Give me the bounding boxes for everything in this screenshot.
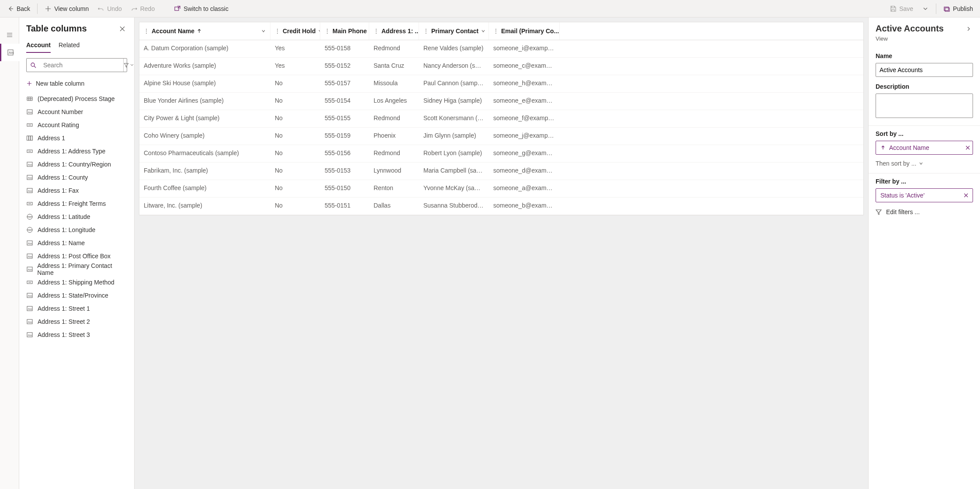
tab-account[interactable]: Account [26,42,51,53]
table-row[interactable]: A. Datum Corporation (sample)Yes555-0158… [139,40,863,58]
columns-panel-close[interactable] [118,24,127,34]
column-search [26,58,127,72]
save-dropdown[interactable] [918,2,932,16]
column-item[interactable]: AbcAddress 1: Street 1 [19,302,133,315]
type-icon: Abc [26,331,33,338]
chevron-down-icon [481,29,485,33]
table-row[interactable]: City Power & Light (sample)No555-0155Red… [139,110,863,128]
sort-chip[interactable]: Account Name [876,141,973,155]
column-item[interactable]: Address 1: Latitude [19,210,133,223]
filter-chip[interactable]: Status is 'Active' [876,188,973,202]
column-search-input[interactable] [40,59,123,72]
column-list[interactable]: (Deprecated) Process StageAbcAccount Num… [19,92,134,489]
column-item[interactable]: AbcAddress 1: Post Office Box [19,250,133,263]
name-field[interactable] [876,63,973,77]
cell-credit-hold: Yes [270,40,320,57]
column-item[interactable]: Account Rating [19,118,133,132]
column-item-label: Address 1: State/Province [38,292,108,299]
table-row[interactable]: Litware, Inc. (sample)No555-0151DallasSu… [139,198,863,215]
tab-related[interactable]: Related [59,42,80,53]
chevron-down-icon [261,29,266,33]
column-item-label: (Deprecated) Process Stage [38,95,115,102]
col-header-credit-hold[interactable]: ⋮ Credit Hold [270,22,320,40]
redo-button[interactable]: Redo [127,2,158,16]
column-item-label: Address 1: Freight Terms [38,200,106,207]
type-icon: Abc [26,318,33,325]
column-item[interactable]: AbcAddress 1: Street 2 [19,315,133,328]
cell-primary-contact: Yvonne McKay (sample) [419,180,489,197]
rail-hamburger[interactable] [0,26,19,44]
back-label: Back [17,5,30,12]
undo-button[interactable]: Undo [94,2,125,16]
remove-filter[interactable] [964,193,968,198]
column-item-label: Address 1: Post Office Box [38,253,111,260]
column-item-label: Address 1: Address Type [38,148,105,155]
col-header-primary-contact[interactable]: ⋮ Primary Contact [419,22,489,40]
edit-filters[interactable]: Edit filters ... [876,208,973,215]
column-item[interactable]: AbcAccount Number [19,105,133,118]
rail-item-columns[interactable]: Abc [0,44,19,61]
column-item[interactable]: AbcAddress 1: Country/Region [19,158,133,171]
cell-credit-hold: No [270,93,320,110]
cell-main-phone: 555-0152 [320,58,369,75]
column-search-filter[interactable] [123,59,134,72]
col-header-main-phone[interactable]: ⋮ Main Phone [320,22,369,40]
col-header-email[interactable]: ⋮ Email (Primary Co... [489,22,560,40]
svg-text:Abc: Abc [28,111,32,114]
col-header-address1[interactable]: ⋮ Address 1: ... [369,22,419,40]
cell-email: someone_i@example.com [489,40,560,57]
table-row[interactable]: Fourth Coffee (sample)No555-0150RentonYv… [139,180,863,198]
new-table-column[interactable]: New table column [19,77,134,90]
table-row[interactable]: Fabrikam, Inc. (sample)No555-0153Lynnwoo… [139,163,863,180]
view-properties-panel: Active Accounts View Name Description So… [868,17,980,489]
table-row[interactable]: Blue Yonder Airlines (sample)No555-0154L… [139,93,863,110]
switch-to-classic-button[interactable]: Switch to classic [170,2,232,16]
description-field[interactable] [876,94,973,118]
column-item[interactable]: AbcAddress 1: County [19,171,133,184]
svg-text:Abc: Abc [28,268,32,271]
svg-rect-9 [27,136,29,140]
column-item-label: Address 1: Name [38,239,85,246]
cell-primary-contact: Sidney Higa (sample) [419,93,489,110]
cell-main-phone: 555-0154 [320,93,369,110]
plus-icon [45,5,52,12]
column-item[interactable]: (Deprecated) Process Stage [19,92,133,105]
back-button[interactable]: Back [3,2,34,16]
then-sort-by[interactable]: Then sort by ... [876,160,973,167]
column-item[interactable]: Address 1: Longitude [19,223,133,236]
table-row[interactable]: Alpine Ski House (sample)No555-0157Misso… [139,75,863,93]
column-item[interactable]: AbcAddress 1: Name [19,236,133,250]
cell-main-phone: 555-0151 [320,198,369,215]
cell-account-name: A. Datum Corporation (sample) [139,40,270,57]
table-row[interactable]: Coho Winery (sample)No555-0159PhoenixJim… [139,128,863,145]
column-item[interactable]: Address 1 [19,132,133,145]
column-item[interactable]: AbcAddress 1: State/Province [19,289,133,302]
column-item[interactable]: AbcAddress 1: Fax [19,184,133,197]
column-item[interactable]: Address 1: Freight Terms [19,197,133,210]
column-item[interactable]: AbcAddress 1: Primary Contact Name [19,263,133,276]
publish-button[interactable]: Publish [940,2,977,16]
view-subtitle: View [869,34,980,48]
cell-address1: Phoenix [369,128,419,145]
column-item-label: Address 1: Primary Contact Name [37,262,126,276]
column-item[interactable]: Address 1: Shipping Method [19,276,133,289]
svg-text:Abc: Abc [28,321,32,323]
remove-sort[interactable] [966,146,970,150]
svg-text:Abc: Abc [28,334,32,336]
cell-credit-hold: No [270,75,320,92]
view-column-button[interactable]: View column [41,2,92,16]
cell-credit-hold: No [270,110,320,127]
cell-primary-contact: Maria Campbell (sample) [419,163,489,180]
save-button[interactable]: Save [886,2,917,16]
table-row[interactable]: Contoso Pharmaceuticals (sample)No555-01… [139,145,863,163]
edit-filters-label: Edit filters ... [886,208,920,215]
column-item[interactable]: Address 1: Address Type [19,145,133,158]
chevron-down-icon [919,161,923,166]
column-item[interactable]: AbcAddress 1: Street 3 [19,328,133,341]
type-icon: Abc [26,161,33,168]
svg-point-5 [31,63,35,66]
col-header-account-name[interactable]: ⋮ Account Name [139,22,270,40]
expand-panel[interactable] [964,24,973,33]
svg-text:Abc: Abc [28,255,32,258]
table-row[interactable]: Adventure Works (sample)Yes555-0152Santa… [139,58,863,75]
